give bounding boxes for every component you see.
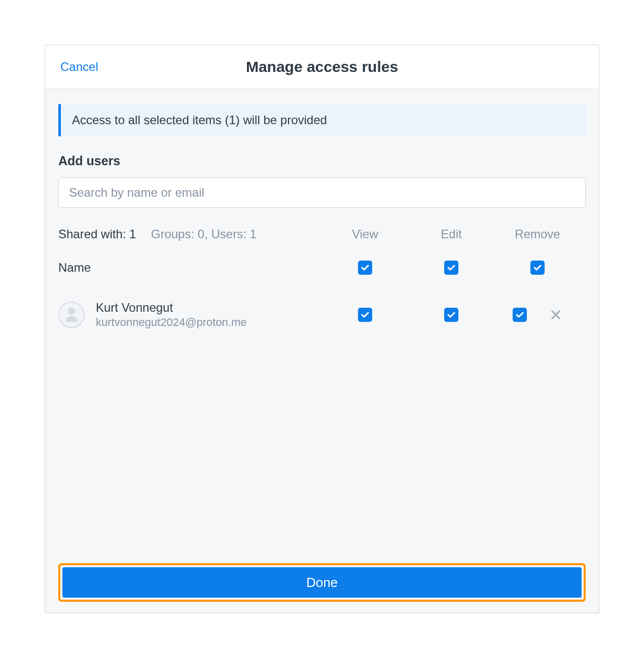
column-header-edit: Edit [408,227,494,241]
groups-users-count: Groups: 0, Users: 1 [151,227,257,241]
column-header-name: Name [58,261,322,275]
master-edit-cell [408,261,494,275]
remove-user-button[interactable] [549,308,562,321]
user-view-cell [322,308,408,322]
user-name: Kurt Vonnegut [96,300,247,315]
avatar [58,302,85,328]
modal-body: Access to all selected items (1) will be… [45,89,599,563]
shared-with-count: Shared with: 1 [58,227,136,241]
search-input[interactable] [58,177,586,208]
user-row: Kurt Vonnegut kurtvonnegut2024@proton.me [58,292,586,338]
shared-summary: Shared with: 1 Groups: 0, Users: 1 [58,227,322,241]
user-text: Kurt Vonnegut kurtvonnegut2024@proton.me [96,300,247,330]
user-edit-checkbox[interactable] [444,308,458,322]
modal-title: Manage access rules [45,58,599,76]
person-icon [63,306,80,323]
done-button[interactable]: Done [62,567,582,598]
name-header-row: Name [58,261,586,275]
page-container: Cancel Manage access rules Access to all… [0,0,644,658]
master-view-checkbox[interactable] [358,261,372,275]
column-header-view: View [322,227,408,241]
close-icon [550,309,562,321]
master-remove-cell [494,261,581,275]
add-users-heading: Add users [58,154,586,168]
master-remove-checkbox[interactable] [530,261,545,275]
master-edit-checkbox[interactable] [444,261,458,275]
user-email: kurtvonnegut2024@proton.me [96,315,247,330]
modal-header: Cancel Manage access rules [45,45,599,89]
user-remove-cell [494,308,581,322]
cancel-button[interactable]: Cancel [60,60,98,74]
done-highlight: Done [58,563,586,602]
summary-and-column-headers: Shared with: 1 Groups: 0, Users: 1 View … [58,227,586,241]
manage-access-modal: Cancel Manage access rules Access to all… [45,45,599,613]
column-header-remove: Remove [494,227,581,241]
info-banner: Access to all selected items (1) will be… [58,104,586,136]
user-cell: Kurt Vonnegut kurtvonnegut2024@proton.me [58,300,322,330]
user-edit-cell [408,308,494,322]
master-view-cell [322,261,408,275]
modal-footer: Done [45,563,599,613]
user-remove-checkbox[interactable] [513,308,527,322]
user-view-checkbox[interactable] [358,308,372,322]
